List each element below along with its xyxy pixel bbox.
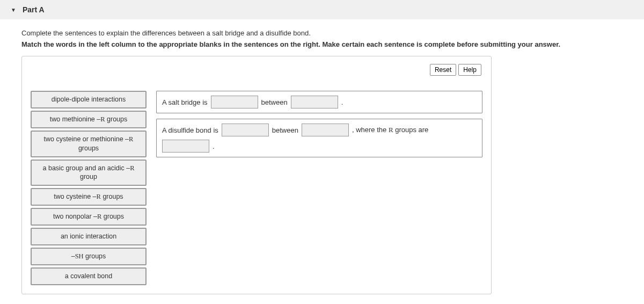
draggable-item[interactable]: a basic group and an acidic –R group <box>31 160 147 186</box>
draggable-item[interactable]: dipole-dipole interactions <box>31 91 147 108</box>
draggable-label: two cysteine or methionine –R groups <box>44 135 134 152</box>
draggable-label: a covalent bond <box>65 272 112 280</box>
instruction-line-2: Match the words in the left column to th… <box>21 40 623 48</box>
drop-slot[interactable] <box>222 124 269 136</box>
part-title: Part A <box>23 5 45 14</box>
drop-slot[interactable] <box>291 96 338 108</box>
sentence-text: . <box>213 142 215 150</box>
word-bank: dipole-dipole interactions two methionin… <box>31 91 147 285</box>
main-area: dipole-dipole interactions two methionin… <box>31 91 482 285</box>
draggable-item[interactable]: two nonpolar –R groups <box>31 208 147 226</box>
drop-slot[interactable] <box>302 124 349 136</box>
draggable-label: a basic group and an acidic –R group <box>43 164 135 181</box>
draggable-item[interactable]: an ionic interaction <box>31 228 147 245</box>
draggable-item[interactable]: –SH groups <box>31 248 147 265</box>
matching-workspace: Reset Help dipole-dipole interactions tw… <box>21 56 492 294</box>
sentence-targets: A salt bridge is between . A disulfide b… <box>156 91 482 285</box>
draggable-item[interactable]: two methionine –R groups <box>31 111 147 128</box>
content-area: Complete the sentences to explain the di… <box>0 19 644 304</box>
draggable-label: dipole-dipole interactions <box>52 96 126 103</box>
sentence-text: A disulfide bond is <box>162 126 218 134</box>
help-button[interactable]: Help <box>458 64 481 76</box>
sentence-text: , where the R groups are <box>352 126 428 134</box>
reset-button[interactable]: Reset <box>430 64 456 76</box>
sentence-text: between <box>272 126 298 134</box>
draggable-item[interactable]: a covalent bond <box>31 267 147 285</box>
drop-slot[interactable] <box>162 140 209 153</box>
draggable-item[interactable]: two cysteine or methionine –R groups <box>31 131 147 157</box>
draggable-label: two nonpolar –R groups <box>53 213 124 220</box>
sentence-text: . <box>341 98 343 106</box>
sentence-text: between <box>261 98 288 106</box>
part-header[interactable]: ▼ Part A <box>0 0 644 19</box>
instruction-line-1: Complete the sentences to explain the di… <box>21 29 623 37</box>
caret-down-icon: ▼ <box>11 7 16 13</box>
drop-slot[interactable] <box>211 96 258 108</box>
draggable-label: two methionine –R groups <box>50 115 128 123</box>
draggable-item[interactable]: two cysteine –R groups <box>31 188 147 206</box>
sentence-row-1: A salt bridge is between . <box>156 91 482 113</box>
draggable-label: two cysteine –R groups <box>54 193 123 200</box>
sentence-row-2: A disulfide bond is between , where the … <box>156 119 482 157</box>
sentence-text: A salt bridge is <box>162 98 208 106</box>
draggable-label: an ionic interaction <box>61 233 116 240</box>
draggable-label: –SH groups <box>71 252 106 260</box>
top-buttons: Reset Help <box>430 64 481 76</box>
